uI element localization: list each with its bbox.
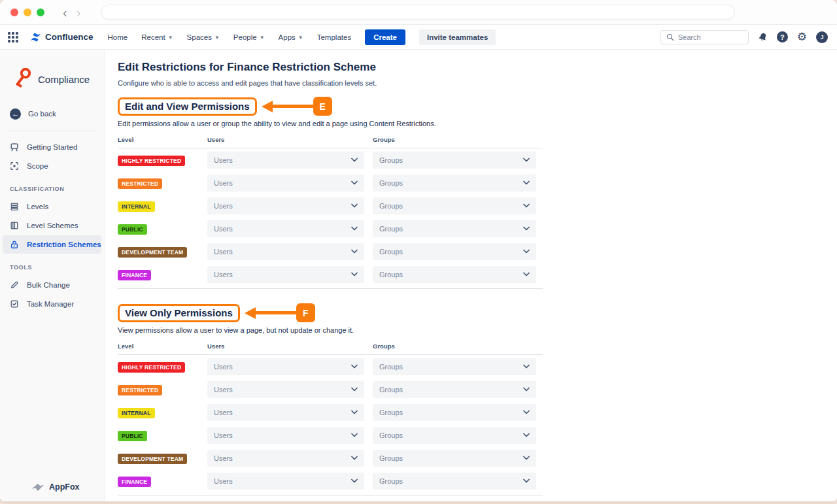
chevron-down-icon — [523, 272, 530, 277]
users-dropdown[interactable]: Users — [207, 450, 364, 467]
chevron-down-icon — [523, 226, 530, 231]
column-header-groups: Groups — [373, 136, 536, 143]
minimize-window-button[interactable] — [24, 8, 31, 16]
book-icon — [10, 221, 19, 230]
app-switcher-icon[interactable] — [8, 32, 18, 42]
browser-chrome: ‹ › — [0, 0, 837, 25]
groups-dropdown[interactable]: Groups — [373, 404, 536, 421]
table-header-row: Level Users Groups — [118, 340, 543, 355]
browser-forward-icon[interactable]: › — [77, 6, 81, 19]
groups-dropdown-value: Groups — [379, 271, 403, 278]
level-badge: FINANCE — [118, 270, 151, 280]
table-row: RESTRICTED Users Groups — [118, 378, 543, 401]
groups-dropdown[interactable]: Groups — [373, 381, 536, 398]
nav-item-home[interactable]: Home — [108, 33, 128, 41]
chevron-down-icon — [523, 158, 530, 162]
column-header-groups: Groups — [373, 343, 536, 350]
pencil-icon — [10, 280, 19, 290]
easel-icon — [10, 143, 19, 152]
section-description: View permissions allow a user to view a … — [118, 326, 837, 334]
users-dropdown-value: Users — [214, 248, 233, 256]
users-dropdown-value: Users — [214, 477, 233, 485]
level-badge: INTERNAL — [118, 201, 155, 212]
sidebar-item-levels[interactable]: Levels — [3, 197, 101, 216]
users-dropdown[interactable]: Users — [207, 381, 364, 398]
zoom-window-button[interactable] — [37, 8, 44, 16]
annotation-label-e: E — [313, 97, 332, 116]
nav-item-templates[interactable]: Templates — [317, 33, 351, 41]
users-dropdown[interactable]: Users — [207, 152, 364, 169]
level-badge: DEVELOPMENT TEAM — [118, 247, 187, 258]
users-dropdown[interactable]: Users — [207, 404, 364, 421]
users-dropdown-value: Users — [214, 409, 233, 416]
settings-gear-icon[interactable]: ⚙ — [797, 31, 807, 42]
groups-dropdown[interactable]: Groups — [373, 152, 536, 169]
table-row: FINANCE Users Groups — [118, 263, 543, 286]
scheme-name: Finance Restriction Scheme — [227, 61, 376, 73]
edit-view-permissions-table: Level Users Groups HIGHLY RESTRICTED Use… — [118, 133, 543, 289]
sidebar-item-scope[interactable]: Scope — [3, 157, 101, 175]
chevron-down-icon — [523, 410, 530, 414]
sidebar-item-restriction-schemes[interactable]: Restriction Schemes — [3, 235, 101, 254]
chevron-down-icon — [351, 479, 358, 483]
table-row: INTERNAL Users Groups — [118, 401, 543, 424]
global-search[interactable] — [660, 30, 749, 44]
nav-item-people[interactable]: People▼ — [233, 33, 265, 41]
sidebar-item-getting-started[interactable]: Getting Started — [3, 138, 101, 156]
confluence-brand[interactable]: Confluence — [30, 32, 94, 42]
groups-dropdown[interactable]: Groups — [373, 358, 536, 375]
groups-dropdown[interactable]: Groups — [373, 220, 536, 237]
search-input[interactable] — [678, 33, 737, 41]
groups-dropdown[interactable]: Groups — [373, 450, 536, 467]
chevron-down-icon: ▼ — [168, 35, 173, 41]
lock-icon — [10, 240, 19, 249]
address-input[interactable] — [102, 5, 734, 19]
groups-dropdown[interactable]: Groups — [373, 427, 536, 444]
nav-item-spaces[interactable]: Spaces▼ — [187, 33, 220, 41]
groups-dropdown-value: Groups — [379, 248, 403, 256]
address-bar[interactable] — [101, 5, 735, 20]
users-dropdown[interactable]: Users — [207, 197, 364, 214]
nav-item-recent[interactable]: Recent▼ — [141, 33, 173, 41]
users-dropdown[interactable]: Users — [207, 473, 364, 490]
go-back-button[interactable]: ← Go back — [0, 105, 104, 123]
groups-dropdown[interactable]: Groups — [373, 197, 536, 214]
users-dropdown[interactable]: Users — [207, 266, 364, 283]
groups-dropdown[interactable]: Groups — [373, 473, 536, 490]
confluence-brand-label: Confluence — [45, 32, 94, 42]
groups-dropdown[interactable]: Groups — [373, 175, 536, 192]
go-back-label: Go back — [28, 110, 56, 118]
sidebar-item-label: Task Manager — [27, 300, 74, 308]
user-avatar[interactable]: J — [816, 31, 828, 43]
sidebar-item-bulk-change[interactable]: Bulk Change — [3, 276, 101, 294]
invite-teammates-button[interactable]: Invite teammates — [419, 29, 496, 45]
groups-dropdown-value: Groups — [379, 225, 403, 233]
users-dropdown[interactable]: Users — [207, 175, 364, 192]
page-title: Edit Restrictions for Finance Restrictio… — [118, 61, 837, 74]
sidebar-divider — [8, 131, 96, 131]
column-header-level: Level — [118, 343, 199, 350]
users-dropdown-value: Users — [214, 202, 233, 210]
help-icon[interactable]: ? — [777, 31, 788, 42]
table-row: RESTRICTED Users Groups — [118, 171, 543, 194]
users-dropdown[interactable]: Users — [207, 427, 364, 444]
sidebar-item-label: Scope — [27, 162, 48, 170]
compliance-app-header: Compliance — [0, 65, 104, 93]
sidebar-item-level-schemes[interactable]: Level Schemes — [3, 216, 101, 235]
users-dropdown[interactable]: Users — [207, 220, 364, 237]
groups-dropdown[interactable]: Groups — [373, 266, 536, 283]
confluence-logo-icon — [30, 32, 41, 42]
users-dropdown[interactable]: Users — [207, 358, 364, 375]
create-button[interactable]: Create — [365, 29, 405, 45]
close-window-button[interactable] — [10, 8, 18, 16]
browser-back-icon[interactable]: ‹ — [63, 6, 67, 19]
browser-window: ‹ › Confluence Home Recent▼ Spaces▼ — [0, 0, 837, 501]
groups-dropdown[interactable]: Groups — [373, 243, 536, 260]
sidebar-item-task-manager[interactable]: Task Manager — [3, 295, 101, 313]
chevron-down-icon — [351, 456, 358, 460]
users-dropdown[interactable]: Users — [207, 243, 364, 260]
table-row: HIGHLY RESTRICTED Users Groups — [118, 148, 543, 171]
notifications-bell-icon[interactable] — [758, 32, 768, 42]
nav-item-apps[interactable]: Apps▼ — [279, 33, 303, 41]
users-dropdown-value: Users — [214, 179, 233, 187]
